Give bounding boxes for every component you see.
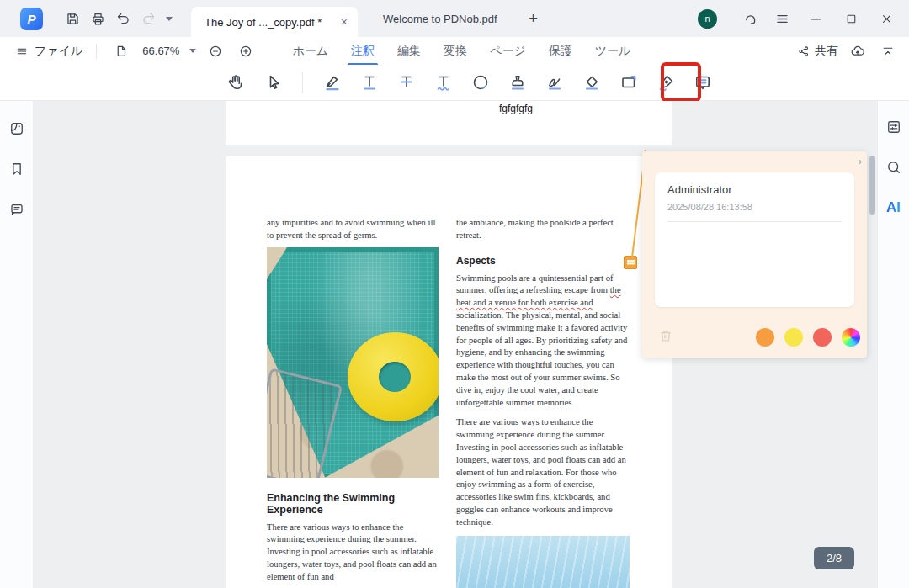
save-button[interactable] — [60, 6, 85, 31]
new-tab-button[interactable]: + — [523, 9, 545, 28]
text-strikethrough-tool-icon[interactable] — [396, 72, 417, 93]
tab-convert[interactable]: 変換 — [444, 39, 467, 64]
page-display-mode-icon[interactable] — [110, 40, 132, 62]
doc-paragraph: There are various ways to enhance the sw… — [456, 416, 630, 528]
cloud-upload-icon[interactable] — [847, 40, 869, 62]
signature-tool-icon[interactable] — [545, 72, 565, 93]
tab-protect[interactable]: 保護 — [549, 39, 572, 64]
comments-list-icon[interactable] — [6, 199, 28, 220]
pdf-page-2[interactable]: any impurities and to avoid swimming whe… — [226, 156, 672, 588]
highlighter-tool-icon[interactable] — [322, 72, 343, 93]
sticky-note-tool-icon[interactable] — [693, 72, 713, 93]
page-thumbnails-icon[interactable] — [6, 118, 28, 140]
text-squiggly-tool-icon[interactable] — [433, 72, 454, 93]
share-label: 共有 — [815, 44, 838, 59]
support-headset-icon[interactable] — [737, 6, 763, 31]
search-icon[interactable] — [883, 156, 905, 178]
ai-assistant-icon[interactable]: AI — [883, 197, 905, 219]
right-sidebar: AI — [877, 101, 909, 588]
window-minimize-button[interactable] — [801, 6, 830, 31]
tab-edit[interactable]: 編集 — [397, 39, 421, 64]
doc-heading: Enhancing the Swimming Experience — [267, 492, 439, 516]
collapse-toolbar-icon[interactable] — [877, 40, 899, 62]
pdf-page-1[interactable]: fgfgfgfg — [226, 101, 672, 145]
titlebar: P The Joy of ..._copy.pdf * × Welcome to… — [0, 0, 909, 37]
area-highlight-tool-icon[interactable] — [470, 72, 491, 93]
divider — [96, 44, 97, 59]
annotation-toolbar — [0, 65, 909, 101]
select-tool-icon[interactable] — [263, 72, 283, 93]
document-tab-welcome[interactable]: Welcome to PDNob.pdf — [358, 13, 509, 25]
note-color-custom-picker[interactable] — [842, 328, 860, 347]
properties-panel-icon[interactable] — [883, 116, 905, 138]
delete-note-icon[interactable] — [657, 327, 674, 347]
comment-panel[interactable]: › Administrator 2025/08/28 16:13:58 — [642, 151, 867, 358]
tab-annotation[interactable]: 注釈 — [351, 39, 375, 64]
tab-home[interactable]: ホーム — [292, 39, 328, 64]
window-close-button[interactable] — [872, 6, 901, 31]
ribbon-tabs: ホーム 注釈 編集 変換 ページ 保護 ツール — [292, 39, 630, 64]
document-viewer[interactable]: fgfgfgfg any impurities and to avoid swi… — [34, 101, 877, 588]
undo-button[interactable] — [110, 6, 136, 31]
menubar: ファイル 66.67% ホーム 注釈 編集 変換 ページ 保護 ツール 共有 — [0, 37, 909, 65]
doc-paragraph: the ambiance, making the poolside a perf… — [456, 217, 630, 242]
panel-collapse-chevron-icon[interactable]: › — [858, 156, 862, 167]
comment-author: Administrator — [667, 183, 842, 196]
viewer-scrollbar-thumb[interactable] — [869, 156, 875, 215]
document-tab-active[interactable]: The Joy of ..._copy.pdf * × — [191, 7, 358, 37]
stamp-tool-icon[interactable] — [508, 72, 528, 93]
comment-timestamp: 2025/08/28 16:13:58 — [667, 202, 842, 212]
share-button[interactable]: 共有 — [797, 44, 838, 59]
window-maximize-button[interactable] — [837, 6, 865, 31]
zoom-level-value[interactable]: 66.67% — [142, 45, 179, 57]
tab-page[interactable]: ページ — [490, 39, 526, 64]
tab-tools[interactable]: ツール — [595, 39, 631, 64]
doc-heading-aspects: Aspects — [456, 255, 630, 267]
toolbar-divider — [302, 72, 303, 93]
document-tab-label: The Joy of ..._copy.pdf * — [205, 16, 334, 29]
typed-text-annotation[interactable]: fgfgfgfg — [499, 103, 533, 114]
file-menu-button[interactable]: ファイル — [15, 44, 82, 59]
hand-tool-icon[interactable] — [226, 72, 246, 93]
doc-paragraph-annotated: Swimming pools are a quintessential part… — [456, 273, 630, 410]
water-photo — [456, 536, 630, 588]
user-avatar[interactable]: n — [698, 9, 717, 29]
note-color-red[interactable] — [813, 328, 832, 347]
app-logo-icon[interactable]: P — [20, 8, 43, 30]
doc-paragraph: any impurities and to avoid swimming whe… — [267, 217, 439, 242]
pool-photo — [267, 247, 439, 478]
history-dropdown-icon[interactable] — [166, 17, 173, 21]
file-menu-label: ファイル — [35, 44, 82, 59]
zoom-dropdown-icon[interactable] — [189, 49, 196, 53]
zoom-out-button[interactable] — [205, 40, 226, 62]
comment-card[interactable]: Administrator 2025/08/28 16:13:58 — [655, 172, 854, 307]
redo-button[interactable] — [136, 6, 161, 31]
note-color-yellow[interactable] — [784, 328, 803, 347]
divider — [667, 221, 842, 222]
pen-tool-icon[interactable] — [656, 72, 676, 93]
tab-close-icon[interactable]: × — [341, 15, 348, 29]
main-menu-icon[interactable] — [769, 6, 795, 31]
text-underline-tool-icon[interactable] — [359, 72, 380, 93]
left-sidebar — [0, 101, 34, 588]
eraser-tool-icon[interactable] — [582, 72, 602, 93]
doc-paragraph: There are various ways to enhance the sw… — [267, 522, 439, 584]
print-button[interactable] — [85, 6, 110, 31]
zoom-in-button[interactable] — [235, 40, 257, 62]
note-color-orange[interactable] — [756, 328, 774, 347]
rectangle-shape-tool-icon[interactable] — [619, 72, 639, 93]
yellow-swim-ring — [348, 332, 439, 421]
sticky-note-annotation-icon[interactable] — [624, 256, 637, 269]
page-indicator-badge: 2/8 — [814, 547, 854, 569]
bookmarks-icon[interactable] — [6, 158, 28, 180]
